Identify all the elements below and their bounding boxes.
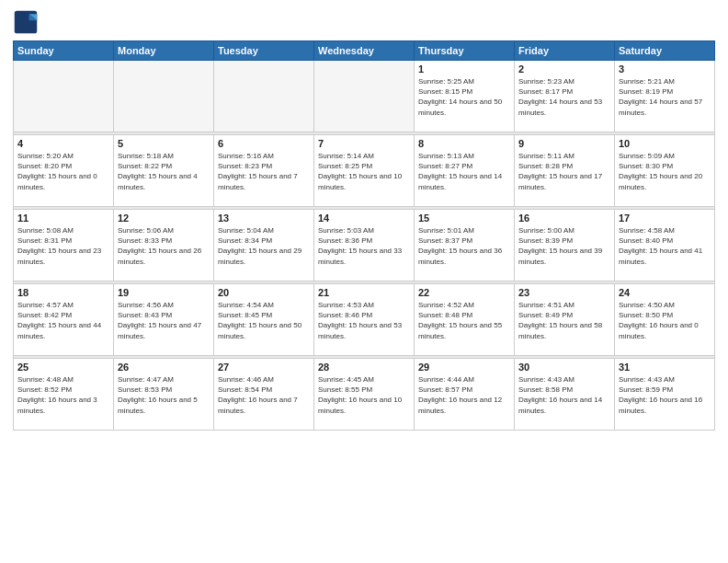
day-info: Sunrise: 4:48 AMSunset: 8:52 PMDaylight:…	[17, 374, 109, 416]
day-cell-2: 2Sunrise: 5:23 AMSunset: 8:17 PMDaylight…	[515, 61, 615, 132]
day-number: 28	[318, 362, 410, 373]
day-number: 7	[318, 138, 410, 149]
day-info: Sunrise: 5:11 AMSunset: 8:28 PMDaylight:…	[518, 151, 610, 192]
day-number: 4	[17, 138, 109, 149]
day-info: Sunrise: 5:09 AMSunset: 8:30 PMDaylight:…	[619, 151, 711, 192]
day-cell-1: 1Sunrise: 5:25 AMSunset: 8:15 PMDaylight…	[415, 61, 515, 132]
weekday-header-row: SundayMondayTuesdayWednesdayThursdayFrid…	[14, 41, 715, 61]
day-info: Sunrise: 4:45 AMSunset: 8:55 PMDaylight:…	[318, 374, 410, 416]
day-cell-5: 5Sunrise: 5:18 AMSunset: 8:22 PMDaylight…	[114, 135, 214, 207]
day-info: Sunrise: 4:51 AMSunset: 8:49 PMDaylight:…	[518, 300, 610, 341]
day-info: Sunrise: 4:56 AMSunset: 8:43 PMDaylight:…	[118, 300, 210, 341]
day-cell-4: 4Sunrise: 5:20 AMSunset: 8:20 PMDaylight…	[14, 135, 114, 207]
day-info: Sunrise: 5:23 AMSunset: 8:17 PMDaylight:…	[518, 76, 610, 118]
day-cell-14: 14Sunrise: 5:03 AMSunset: 8:36 PMDayligh…	[314, 210, 415, 282]
day-number: 24	[619, 287, 711, 298]
week-row-4: 18Sunrise: 4:57 AMSunset: 8:42 PMDayligh…	[14, 284, 715, 356]
weekday-header-tuesday: Tuesday	[214, 41, 314, 61]
day-cell-9: 9Sunrise: 5:11 AMSunset: 8:28 PMDaylight…	[515, 135, 615, 207]
week-row-2: 4Sunrise: 5:20 AMSunset: 8:20 PMDaylight…	[14, 135, 715, 207]
weekday-header-wednesday: Wednesday	[314, 41, 415, 61]
day-number: 21	[318, 287, 410, 298]
day-cell-25: 25Sunrise: 4:48 AMSunset: 8:52 PMDayligh…	[14, 359, 114, 431]
day-number: 8	[418, 138, 510, 149]
day-info: Sunrise: 4:43 AMSunset: 8:59 PMDaylight:…	[619, 374, 711, 416]
day-number: 29	[418, 362, 510, 373]
day-info: Sunrise: 4:57 AMSunset: 8:42 PMDaylight:…	[17, 300, 109, 341]
day-info: Sunrise: 4:52 AMSunset: 8:48 PMDaylight:…	[418, 300, 510, 341]
day-info: Sunrise: 5:06 AMSunset: 8:33 PMDaylight:…	[118, 225, 210, 267]
day-info: Sunrise: 5:08 AMSunset: 8:31 PMDaylight:…	[17, 225, 109, 267]
day-info: Sunrise: 5:01 AMSunset: 8:37 PMDaylight:…	[418, 225, 510, 267]
page: SundayMondayTuesdayWednesdayThursdayFrid…	[0, 0, 728, 563]
day-info: Sunrise: 4:50 AMSunset: 8:50 PMDaylight:…	[619, 300, 711, 341]
day-info: Sunrise: 5:25 AMSunset: 8:15 PMDaylight:…	[418, 76, 510, 118]
week-row-1: 1Sunrise: 5:25 AMSunset: 8:15 PMDaylight…	[14, 61, 715, 132]
day-cell-empty-0	[14, 61, 114, 132]
logo-icon	[13, 9, 39, 35]
day-info: Sunrise: 4:47 AMSunset: 8:53 PMDaylight:…	[118, 374, 210, 416]
day-cell-7: 7Sunrise: 5:14 AMSunset: 8:25 PMDaylight…	[314, 135, 415, 207]
day-number: 14	[318, 213, 410, 224]
day-info: Sunrise: 4:53 AMSunset: 8:46 PMDaylight:…	[318, 300, 410, 341]
day-info: Sunrise: 4:43 AMSunset: 8:58 PMDaylight:…	[518, 374, 610, 416]
day-number: 27	[218, 362, 310, 373]
day-info: Sunrise: 5:13 AMSunset: 8:27 PMDaylight:…	[418, 151, 510, 192]
day-info: Sunrise: 4:58 AMSunset: 8:40 PMDaylight:…	[619, 225, 711, 267]
day-cell-12: 12Sunrise: 5:06 AMSunset: 8:33 PMDayligh…	[114, 210, 214, 282]
day-cell-19: 19Sunrise: 4:56 AMSunset: 8:43 PMDayligh…	[114, 284, 214, 356]
day-cell-22: 22Sunrise: 4:52 AMSunset: 8:48 PMDayligh…	[415, 284, 515, 356]
day-info: Sunrise: 5:16 AMSunset: 8:23 PMDaylight:…	[218, 151, 310, 192]
week-row-3: 11Sunrise: 5:08 AMSunset: 8:31 PMDayligh…	[14, 210, 715, 282]
day-cell-23: 23Sunrise: 4:51 AMSunset: 8:49 PMDayligh…	[515, 284, 615, 356]
day-number: 19	[118, 287, 210, 298]
day-cell-11: 11Sunrise: 5:08 AMSunset: 8:31 PMDayligh…	[14, 210, 114, 282]
day-number: 23	[518, 287, 610, 298]
day-cell-30: 30Sunrise: 4:43 AMSunset: 8:58 PMDayligh…	[515, 359, 615, 431]
day-info: Sunrise: 4:46 AMSunset: 8:54 PMDaylight:…	[218, 374, 310, 416]
day-cell-21: 21Sunrise: 4:53 AMSunset: 8:46 PMDayligh…	[314, 284, 415, 356]
day-info: Sunrise: 5:00 AMSunset: 8:39 PMDaylight:…	[518, 225, 610, 267]
day-info: Sunrise: 5:14 AMSunset: 8:25 PMDaylight:…	[318, 151, 410, 192]
day-cell-empty-2	[214, 61, 314, 132]
day-number: 25	[17, 362, 109, 373]
day-number: 26	[118, 362, 210, 373]
day-number: 20	[218, 287, 310, 298]
calendar-table: SundayMondayTuesdayWednesdayThursdayFrid…	[13, 40, 715, 431]
weekday-header-monday: Monday	[114, 41, 214, 61]
day-cell-27: 27Sunrise: 4:46 AMSunset: 8:54 PMDayligh…	[214, 359, 314, 431]
day-cell-13: 13Sunrise: 5:04 AMSunset: 8:34 PMDayligh…	[214, 210, 314, 282]
day-cell-18: 18Sunrise: 4:57 AMSunset: 8:42 PMDayligh…	[14, 284, 114, 356]
header	[13, 9, 715, 35]
day-number: 12	[118, 213, 210, 224]
day-cell-17: 17Sunrise: 4:58 AMSunset: 8:40 PMDayligh…	[615, 210, 715, 282]
day-cell-31: 31Sunrise: 4:43 AMSunset: 8:59 PMDayligh…	[615, 359, 715, 431]
day-number: 17	[619, 213, 711, 224]
day-number: 11	[17, 213, 109, 224]
day-number: 1	[418, 63, 510, 75]
day-cell-26: 26Sunrise: 4:47 AMSunset: 8:53 PMDayligh…	[114, 359, 214, 431]
day-number: 18	[17, 287, 109, 298]
day-info: Sunrise: 5:04 AMSunset: 8:34 PMDaylight:…	[218, 225, 310, 267]
day-cell-10: 10Sunrise: 5:09 AMSunset: 8:30 PMDayligh…	[615, 135, 715, 207]
day-cell-16: 16Sunrise: 5:00 AMSunset: 8:39 PMDayligh…	[515, 210, 615, 282]
day-number: 3	[619, 63, 711, 75]
weekday-header-sunday: Sunday	[14, 41, 114, 61]
day-cell-15: 15Sunrise: 5:01 AMSunset: 8:37 PMDayligh…	[415, 210, 515, 282]
day-number: 10	[619, 138, 711, 149]
day-number: 5	[118, 138, 210, 149]
day-cell-28: 28Sunrise: 4:45 AMSunset: 8:55 PMDayligh…	[314, 359, 415, 431]
weekday-header-friday: Friday	[515, 41, 615, 61]
day-cell-3: 3Sunrise: 5:21 AMSunset: 8:19 PMDaylight…	[615, 61, 715, 132]
day-info: Sunrise: 5:20 AMSunset: 8:20 PMDaylight:…	[17, 151, 109, 192]
day-number: 2	[518, 63, 610, 75]
logo	[13, 9, 42, 35]
day-info: Sunrise: 5:21 AMSunset: 8:19 PMDaylight:…	[619, 76, 711, 118]
day-number: 31	[619, 362, 711, 373]
day-info: Sunrise: 4:54 AMSunset: 8:45 PMDaylight:…	[218, 300, 310, 341]
day-cell-empty-1	[114, 61, 214, 132]
day-cell-empty-3	[314, 61, 415, 132]
day-number: 16	[518, 213, 610, 224]
day-cell-24: 24Sunrise: 4:50 AMSunset: 8:50 PMDayligh…	[615, 284, 715, 356]
day-info: Sunrise: 5:18 AMSunset: 8:22 PMDaylight:…	[118, 151, 210, 192]
